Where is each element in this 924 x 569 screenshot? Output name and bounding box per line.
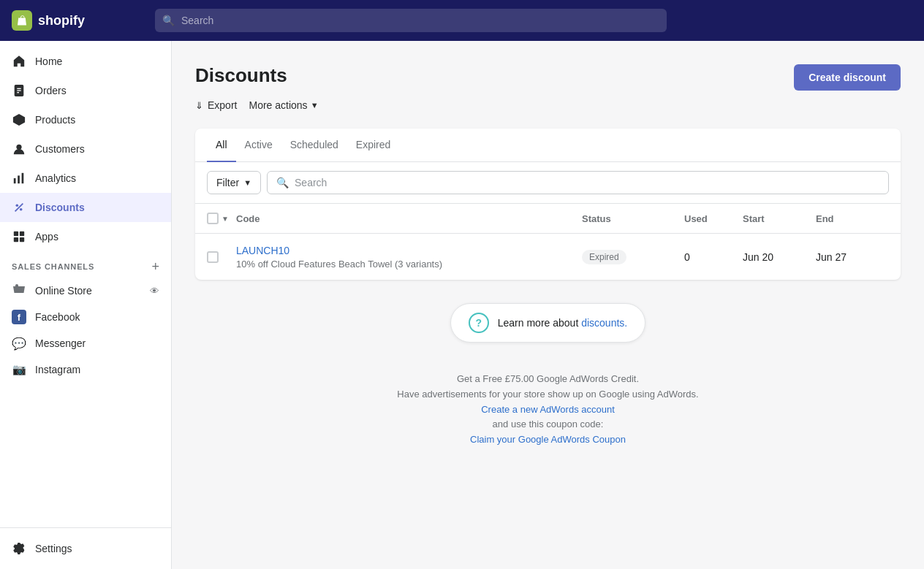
sales-channels-section: SALES CHANNELS + bbox=[0, 251, 171, 278]
row-end-cell: Jun 27 bbox=[816, 251, 889, 263]
settings-icon bbox=[12, 541, 26, 556]
filter-search-input[interactable] bbox=[295, 177, 879, 188]
topbar: shopify 🔍 bbox=[0, 0, 924, 41]
row-start-cell: Jun 20 bbox=[743, 251, 816, 263]
sidebar-item-orders[interactable]: Orders bbox=[0, 76, 171, 105]
adwords-line2: Have advertisements for your store show … bbox=[207, 387, 889, 402]
tabs: All Active Scheduled Expired bbox=[195, 129, 901, 162]
page-title: Discounts bbox=[195, 64, 287, 87]
select-all-checkbox[interactable] bbox=[207, 213, 219, 224]
claim-coupon-link[interactable]: Claim your Google AdWords Coupon bbox=[207, 432, 889, 448]
sidebar-item-messenger[interactable]: 💬 Messenger bbox=[0, 330, 171, 356]
row-used-cell: 0 bbox=[684, 251, 743, 263]
discounts-card: All Active Scheduled Expired Filter ▼ 🔍 bbox=[195, 129, 901, 280]
header-start: Start bbox=[743, 213, 816, 224]
main-content: Discounts Create discount ⇓ Export More … bbox=[172, 41, 924, 569]
header-checkbox-container: ▼ bbox=[207, 213, 236, 224]
svg-rect-13 bbox=[14, 237, 18, 242]
more-actions-button[interactable]: More actions ▼ bbox=[249, 96, 318, 114]
filter-button[interactable]: Filter ▼ bbox=[207, 171, 261, 194]
chevron-down-icon: ▼ bbox=[311, 101, 319, 110]
sidebar-item-settings[interactable]: Settings bbox=[0, 534, 171, 563]
discounts-learn-more-link[interactable]: discounts. bbox=[581, 317, 627, 329]
svg-point-8 bbox=[16, 205, 19, 207]
filter-bar: Filter ▼ 🔍 bbox=[195, 162, 901, 204]
svg-rect-14 bbox=[20, 237, 24, 242]
orders-icon bbox=[12, 83, 26, 98]
facebook-icon: f bbox=[12, 310, 26, 324]
table-row: LAUNCH10 10% off Cloud Features Beach To… bbox=[195, 234, 901, 280]
row-checkbox-container bbox=[207, 251, 236, 263]
learn-more-card: ? Learn more about discounts. bbox=[450, 303, 645, 343]
svg-point-4 bbox=[16, 145, 21, 150]
sidebar-item-customers[interactable]: Customers bbox=[0, 134, 171, 164]
online-store-eye-icon[interactable]: 👁 bbox=[150, 286, 159, 297]
svg-rect-6 bbox=[18, 175, 20, 183]
sidebar-footer: Settings bbox=[0, 527, 171, 569]
add-channel-button[interactable]: + bbox=[151, 260, 159, 273]
create-discount-button[interactable]: Create discount bbox=[794, 64, 901, 91]
learn-more-text: Learn more about discounts. bbox=[498, 317, 627, 329]
adwords-line3: Create a new AdWords account and use thi… bbox=[207, 402, 889, 433]
adwords-line1: Get a Free £75.00 Google AdWords Credit. bbox=[207, 372, 889, 387]
sidebar-item-analytics[interactable]: Analytics bbox=[0, 164, 171, 193]
filter-search-wrapper: 🔍 bbox=[267, 171, 889, 194]
select-all-chevron-icon[interactable]: ▼ bbox=[221, 215, 229, 223]
svg-point-9 bbox=[20, 208, 23, 211]
shopify-bag-icon bbox=[12, 10, 32, 31]
tab-scheduled[interactable]: Scheduled bbox=[281, 129, 347, 162]
tab-all[interactable]: All bbox=[207, 129, 236, 162]
filter-chevron-icon: ▼ bbox=[243, 178, 251, 187]
svg-rect-11 bbox=[14, 232, 18, 236]
sidebar-nav: Home Orders Products Custo bbox=[0, 41, 171, 527]
tab-active[interactable]: Active bbox=[236, 129, 281, 162]
header-code: Code bbox=[236, 213, 582, 224]
sidebar-item-products[interactable]: Products bbox=[0, 105, 171, 134]
filter-search-icon: 🔍 bbox=[276, 177, 289, 188]
learn-more-section: ? Learn more about discounts. bbox=[195, 280, 901, 354]
instagram-icon: 📷 bbox=[12, 362, 26, 377]
question-mark-icon: ? bbox=[469, 313, 489, 333]
svg-rect-7 bbox=[22, 173, 24, 183]
row-status-cell: Expired bbox=[582, 250, 684, 264]
sidebar-item-apps[interactable]: Apps bbox=[0, 222, 171, 251]
row-checkbox[interactable] bbox=[207, 251, 219, 263]
home-icon bbox=[12, 54, 26, 69]
search-input[interactable] bbox=[155, 9, 667, 32]
sidebar-item-home[interactable]: Home bbox=[0, 47, 171, 76]
channel-left: Online Store bbox=[12, 283, 92, 298]
sidebar-item-facebook[interactable]: f Facebook bbox=[0, 304, 171, 330]
export-icon: ⇓ bbox=[195, 100, 203, 111]
sales-channels-label: SALES CHANNELS bbox=[12, 262, 94, 271]
export-button[interactable]: ⇓ Export bbox=[195, 96, 237, 114]
shopify-logo-text: shopify bbox=[38, 13, 85, 28]
layout: Home Orders Products Custo bbox=[0, 41, 924, 569]
page-header: Discounts Create discount bbox=[195, 64, 901, 91]
tab-expired[interactable]: Expired bbox=[347, 129, 399, 162]
customers-icon bbox=[12, 142, 26, 156]
sidebar-item-discounts[interactable]: Discounts bbox=[0, 193, 171, 222]
search-icon: 🔍 bbox=[162, 15, 175, 26]
header-used: Used bbox=[684, 213, 743, 224]
sidebar-item-online-store[interactable]: Online Store 👁 bbox=[0, 278, 171, 304]
header-status: Status bbox=[582, 213, 684, 224]
svg-rect-5 bbox=[14, 178, 16, 183]
analytics-icon bbox=[12, 171, 26, 186]
discounts-icon bbox=[12, 200, 26, 215]
search-bar: 🔍 bbox=[155, 9, 667, 32]
apps-icon bbox=[12, 229, 26, 244]
discount-description: 10% off Cloud Features Beach Towel (3 va… bbox=[236, 259, 582, 270]
create-adwords-link[interactable]: Create a new AdWords account bbox=[207, 402, 889, 418]
discount-code-link[interactable]: LAUNCH10 bbox=[236, 245, 289, 256]
page-actions: ⇓ Export More actions ▼ bbox=[195, 96, 901, 114]
adwords-section: Get a Free £75.00 Google AdWords Credit.… bbox=[195, 354, 901, 465]
online-store-icon bbox=[12, 283, 26, 298]
sidebar-item-instagram[interactable]: 📷 Instagram bbox=[0, 356, 171, 383]
svg-rect-12 bbox=[20, 232, 24, 236]
table-header: ▼ Code Status Used Start End bbox=[195, 204, 901, 234]
sidebar: Home Orders Products Custo bbox=[0, 41, 172, 569]
logo: shopify bbox=[12, 10, 143, 31]
status-badge: Expired bbox=[582, 250, 626, 264]
products-icon bbox=[12, 112, 26, 127]
row-code-cell: LAUNCH10 10% off Cloud Features Beach To… bbox=[236, 244, 582, 270]
